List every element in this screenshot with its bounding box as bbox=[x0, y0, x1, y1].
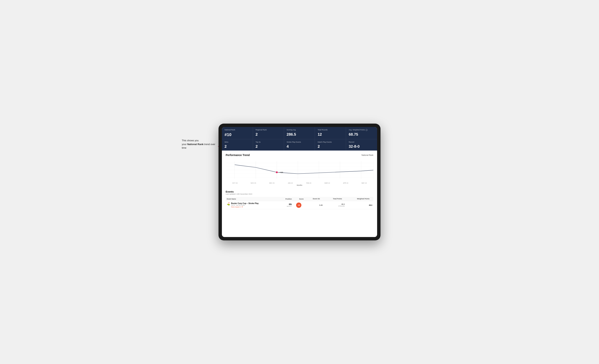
stat-top3s-value: 2 bbox=[255, 144, 281, 149]
stat-scoring-avg-value: 286.5 bbox=[287, 132, 312, 137]
x-label-jan24: JAN 24 bbox=[281, 182, 300, 184]
stat-stroke-play-label: Stroke Play Events bbox=[287, 141, 312, 143]
x-label-may24: MAY 24 bbox=[355, 182, 373, 184]
stat-avg-weighted-label-text: Avg. Weighted Points bbox=[349, 129, 365, 131]
events-last-updated: Last updated: 24th November 2023 bbox=[226, 193, 373, 195]
stat-scoring-avg: Scoring Avg. 286.5 bbox=[284, 127, 315, 139]
stat-record-label: Record bbox=[349, 141, 374, 143]
position-value: 6th bbox=[281, 203, 292, 205]
stats-row-1: National Rank #10 Regional Rank 2 Scorin… bbox=[222, 127, 377, 139]
stat-scoring-avg-label: Scoring Avg. bbox=[287, 129, 312, 131]
stat-total-rounds: Total Rounds 12 bbox=[315, 127, 346, 139]
annotation-bold: National Rank bbox=[187, 143, 204, 146]
table-header-row: Event Name Position Score Event SG i Tot… bbox=[226, 197, 373, 201]
col-event-sg: Event SG i bbox=[305, 197, 324, 201]
stat-stroke-play-value: 4 bbox=[287, 144, 312, 149]
event-date: Oct 9 - Oct 10, 2023 bbox=[231, 204, 259, 206]
weighted-points-cell: 28.3 bbox=[346, 201, 373, 209]
chevron-down-icon: ▼ bbox=[242, 206, 243, 208]
chart-container: • #10 bbox=[226, 159, 373, 181]
x-label-apr24: APR 24 bbox=[336, 182, 355, 184]
stat-match-play-label: Match Play Events bbox=[317, 141, 343, 143]
months-label: Months bbox=[226, 184, 373, 186]
stat-national-rank-value: #10 bbox=[225, 132, 250, 137]
annotation-line2a: your bbox=[182, 143, 187, 146]
info-icon-weighted-points[interactable]: i bbox=[370, 198, 372, 200]
col-weighted-points: Weighted Points i bbox=[346, 197, 373, 201]
stat-national-rank-label: National Rank bbox=[225, 129, 250, 131]
performance-section: Performance Trend National Rank bbox=[222, 151, 377, 186]
stat-top3s: Top 3s 2 bbox=[253, 139, 284, 151]
stat-avg-weighted-value: 68.75 bbox=[349, 132, 374, 137]
events-table: Event Name Position Score Event SG i Tot… bbox=[226, 197, 373, 209]
x-label-mar24: MAR 24 bbox=[318, 182, 336, 184]
stat-regional-rank-label: Regional Rank bbox=[255, 129, 281, 131]
col-event-name: Event Name bbox=[226, 197, 279, 201]
stat-match-play-events: Match Play Events 2 bbox=[315, 139, 346, 151]
stat-wins: Wins 2 bbox=[222, 139, 253, 151]
x-label-oct23: OCT 23 bbox=[226, 182, 244, 184]
weighted-points-value: 28.3 bbox=[369, 204, 372, 206]
total-rounds-sub: 3 Rounds bbox=[325, 205, 345, 207]
stat-record: Record 32-8-0 bbox=[346, 139, 377, 151]
events-title: Events bbox=[226, 190, 373, 193]
stat-regional-rank: Regional Rank 2 bbox=[253, 127, 284, 139]
stat-total-rounds-label: Total Rounds bbox=[317, 129, 343, 131]
total-points-value: 28.3 bbox=[325, 203, 345, 205]
position-cell: 6th out of 7 bbox=[279, 201, 293, 209]
score-cell: -22 bbox=[293, 201, 305, 209]
perf-header: Performance Trend National Rank bbox=[226, 153, 373, 157]
event-name: Buster Cozy Cup – Stroke Play bbox=[231, 202, 259, 204]
event-name-cell: ⛳ Buster Cozy Cup – Stroke Play Oct 9 - … bbox=[226, 201, 279, 209]
col-score: Score bbox=[293, 197, 305, 201]
x-label-feb24: FEB 24 bbox=[300, 182, 318, 184]
score-badge: -22 bbox=[296, 203, 301, 208]
stat-avg-weighted-label: Avg. Weighted Points i bbox=[349, 129, 374, 131]
event-sg-value: 0.45 bbox=[319, 204, 323, 206]
x-label-dec23: DEC 23 bbox=[263, 182, 281, 184]
chart-x-labels: OCT 23 NOV 23 DEC 23 JAN 24 FEB 24 MAR 2… bbox=[226, 181, 373, 184]
rank-impact-label: Rank Impact: 3 bbox=[231, 206, 241, 208]
content-area[interactable]: National Rank #10 Regional Rank 2 Scorin… bbox=[222, 127, 377, 237]
stat-total-rounds-value: 12 bbox=[317, 132, 343, 137]
stat-national-rank: National Rank #10 bbox=[222, 127, 253, 139]
performance-chart: • #10 bbox=[226, 159, 373, 181]
table-row: ⛳ Buster Cozy Cup – Stroke Play Oct 9 - … bbox=[226, 201, 373, 209]
perf-title: Performance Trend bbox=[226, 153, 250, 157]
stats-row-2: Wins 2 Top 3s 2 Stroke Play Events 4 Mat… bbox=[222, 139, 377, 151]
total-points-cell: 28.3 3 Rounds bbox=[324, 201, 346, 209]
annotation-line1: This shows you bbox=[182, 139, 199, 142]
events-section: Events Last updated: 24th November 2023 … bbox=[222, 188, 377, 212]
stat-record-value: 32-8-0 bbox=[349, 144, 374, 149]
rank-impact: Rank Impact: 3 ▼ bbox=[231, 206, 259, 208]
stat-match-play-value: 2 bbox=[317, 144, 343, 149]
tablet-screen: National Rank #10 Regional Rank 2 Scorin… bbox=[222, 127, 377, 237]
stat-regional-rank-value: 2 bbox=[255, 132, 281, 137]
chart-rank-label: • #10 bbox=[279, 171, 283, 174]
info-icon-avg-weighted[interactable]: i bbox=[366, 129, 368, 131]
stat-avg-weighted-points: Avg. Weighted Points i 68.75 bbox=[346, 127, 377, 139]
stat-top3s-label: Top 3s bbox=[255, 141, 281, 143]
info-icon-total-points[interactable]: i bbox=[343, 198, 345, 200]
chart-datapoint bbox=[276, 171, 278, 173]
position-sub: out of 7 bbox=[281, 205, 292, 207]
perf-legend: National Rank bbox=[361, 154, 373, 156]
stat-wins-label: Wins bbox=[225, 141, 250, 143]
event-sg-cell: 0.45 bbox=[305, 201, 324, 209]
golf-icon: ⛳ bbox=[227, 202, 230, 205]
stat-stroke-play-events: Stroke Play Events 4 bbox=[284, 139, 315, 151]
stat-wins-value: 2 bbox=[225, 144, 250, 149]
col-total-points: Total Points i bbox=[324, 197, 346, 201]
tablet-frame: National Rank #10 Regional Rank 2 Scorin… bbox=[219, 124, 380, 240]
annotation: This shows you your National Rank trend … bbox=[182, 139, 218, 150]
info-icon-event-sg[interactable]: i bbox=[321, 198, 323, 200]
x-label-nov23: NOV 23 bbox=[244, 182, 263, 184]
col-position: Position bbox=[279, 197, 293, 201]
